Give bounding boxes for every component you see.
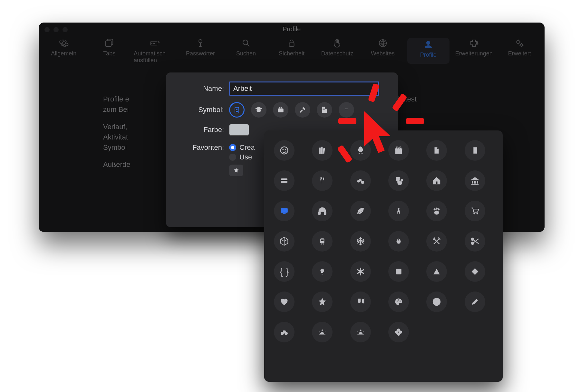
icon-option-triangle[interactable] (426, 261, 447, 282)
symbol-option-id-card[interactable] (229, 102, 245, 118)
icon-option-books[interactable] (312, 140, 333, 161)
tabs-icon (104, 38, 114, 48)
icon-option-leaf[interactable] (350, 201, 371, 221)
favorites-star-button[interactable] (229, 165, 243, 176)
icon-option-headphones[interactable] (312, 201, 333, 221)
body-text: Außerde (103, 160, 130, 168)
icon-option-gift[interactable] (388, 140, 409, 161)
svg-point-39 (401, 179, 403, 181)
icon-option-sunset[interactable] (350, 322, 371, 342)
radio-label: Crea (239, 143, 255, 152)
tab-tabs[interactable]: Tabs (88, 38, 130, 64)
icon-option-heart[interactable] (274, 292, 295, 312)
svg-point-5 (199, 40, 202, 43)
icon-option-person[interactable] (388, 201, 409, 221)
tab-privacy[interactable]: Datenschutz (316, 38, 358, 64)
tab-security[interactable]: Sicherheit (270, 38, 313, 64)
icon-option-cart[interactable] (465, 201, 485, 221)
tab-autofill[interactable]: Automatisch ausfüllen (134, 38, 176, 64)
icon-option-credit-card[interactable] (274, 170, 295, 191)
svg-point-6 (243, 40, 248, 45)
svg-rect-44 (324, 212, 326, 215)
favorites-label: Favoriten: (176, 142, 229, 152)
icon-option-fork-knife[interactable] (312, 170, 333, 191)
svg-point-11 (517, 40, 520, 43)
icon-option-flame[interactable] (388, 231, 409, 252)
icon-option-pencil[interactable] (465, 292, 485, 312)
icon-option-guitars[interactable] (350, 292, 371, 312)
svg-point-51 (476, 213, 478, 215)
symbol-option-hammer[interactable] (295, 102, 310, 118)
tab-general[interactable]: Allgemein (43, 38, 85, 64)
tab-profiles[interactable]: Profile (407, 38, 450, 64)
icon-option-square[interactable] (388, 261, 409, 282)
svg-rect-21 (323, 109, 324, 110)
traffic-lights[interactable] (44, 27, 68, 32)
symbol-picker-row (229, 102, 388, 118)
icon-option-scissors[interactable] (465, 231, 485, 252)
puzzle-icon (469, 38, 479, 48)
window-titlebar: Profile (39, 23, 545, 35)
tab-passwords[interactable]: Passwörter (179, 38, 221, 64)
tab-search[interactable]: Suchen (225, 38, 267, 64)
svg-point-57 (471, 242, 474, 245)
symbol-option-more[interactable] (339, 102, 354, 118)
svg-rect-18 (325, 109, 327, 113)
symbol-option-graduation-cap[interactable] (251, 102, 266, 118)
svg-point-24 (346, 109, 347, 109)
tab-advanced[interactable]: Erweitert (498, 38, 541, 64)
symbol-option-briefcase[interactable] (273, 102, 288, 118)
svg-rect-36 (281, 180, 287, 181)
zoom-window-icon[interactable] (63, 27, 68, 32)
svg-point-50 (473, 213, 475, 215)
hand-icon (332, 38, 342, 48)
icon-option-braces[interactable]: { } (274, 261, 295, 282)
icon-option-flower[interactable] (388, 322, 409, 342)
icon-option-book[interactable] (465, 140, 485, 161)
icon-option-document[interactable] (426, 140, 447, 161)
icon-option-display[interactable] (274, 201, 295, 221)
tab-label: Websites (371, 50, 395, 57)
body-text: hntest (397, 95, 417, 103)
icon-option-bank[interactable] (465, 170, 485, 191)
icon-option-pawprint[interactable] (426, 201, 447, 221)
svg-point-9 (427, 41, 430, 44)
icon-option-smiley[interactable] (274, 140, 295, 161)
icon-option-rocket[interactable] (350, 140, 371, 161)
svg-rect-58 (396, 269, 401, 274)
icon-option-tools[interactable] (426, 231, 447, 252)
icon-option-palette[interactable] (388, 292, 409, 312)
body-text: Symbol (103, 143, 127, 151)
body-text: zum Bei (103, 105, 129, 113)
svg-point-59 (397, 301, 398, 301)
svg-point-28 (285, 149, 286, 150)
icon-option-pills[interactable] (350, 170, 371, 191)
icon-option-lightbulb[interactable] (312, 261, 333, 282)
color-swatch[interactable] (229, 124, 249, 136)
svg-rect-20 (324, 108, 324, 109)
autofill-icon (150, 38, 160, 48)
icon-option-globe[interactable] (426, 292, 447, 312)
profile-name-input[interactable] (229, 81, 379, 96)
icon-option-sunrise[interactable] (312, 322, 333, 342)
icon-option-bicycle[interactable] (274, 322, 295, 342)
svg-rect-29 (319, 148, 321, 154)
lock-icon (286, 38, 297, 48)
icon-option-diamond[interactable] (465, 261, 485, 282)
svg-rect-30 (321, 147, 323, 154)
icon-option-star[interactable] (312, 292, 333, 312)
icon-option-cube[interactable] (274, 231, 295, 252)
minimize-window-icon[interactable] (53, 27, 59, 32)
symbol-option-building[interactable] (317, 102, 332, 118)
close-window-icon[interactable] (44, 27, 50, 32)
svg-rect-42 (283, 213, 286, 214)
tab-websites[interactable]: Websites (362, 38, 404, 64)
icon-option-house[interactable] (426, 170, 447, 191)
icon-option-tram[interactable] (312, 231, 333, 252)
tab-extensions[interactable]: Erweiterungen (453, 38, 495, 64)
icon-option-asterisk[interactable] (350, 261, 371, 282)
svg-rect-53 (321, 240, 324, 241)
icon-option-stethoscope[interactable] (388, 170, 409, 191)
svg-point-38 (361, 181, 364, 184)
icon-option-snowflake[interactable] (350, 231, 371, 252)
